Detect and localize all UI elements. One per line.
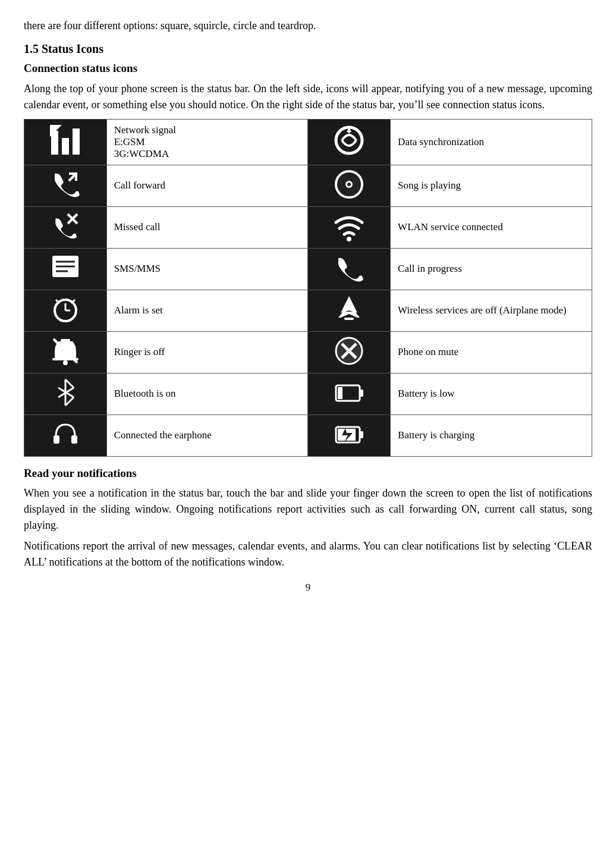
table-row: Ringer is off Phone on mute (24, 331, 592, 373)
icon-data-sync (308, 119, 391, 165)
svg-rect-38 (338, 387, 342, 399)
icon-sms-mms (24, 248, 107, 290)
svg-rect-23 (344, 318, 354, 320)
svg-rect-39 (54, 435, 59, 444)
intro-text: there are four different options: square… (24, 18, 592, 34)
status-icons-table: Network signal E:GSM 3G:WCDMA Data synch… (24, 119, 592, 457)
table-row: Alarm is set Wireless services are off (… (24, 290, 592, 331)
table-row: Connected the earphone Battery is chargi… (24, 415, 592, 456)
icon-phone-mute (308, 331, 391, 373)
icon-network-signal (24, 119, 107, 165)
label-song-playing: Song is playing (391, 165, 592, 206)
table-row: Network signal E:GSM 3G:WCDMA Data synch… (24, 119, 592, 165)
connection-description: Along the top of your phone screen is th… (24, 81, 592, 113)
label-call-forward: Call forward (106, 165, 308, 206)
label-bluetooth: Bluetooth is on (106, 373, 308, 415)
icon-battery-charging (308, 415, 391, 456)
icon-wlan (308, 206, 391, 248)
svg-rect-40 (71, 435, 77, 444)
icon-song-playing (308, 165, 391, 206)
notifications-p2: Notifications report the arrival of new … (24, 538, 592, 570)
table-row: Missed call WLAN service connected (24, 206, 592, 248)
label-airplane: Wireless services are off (Airplane mode… (391, 290, 592, 331)
svg-rect-2 (73, 128, 80, 155)
notifications-p1: When you see a notification in the statu… (24, 485, 592, 533)
icon-call-forward (24, 165, 107, 206)
icon-ringer-off (24, 331, 107, 373)
connection-heading: Connection status icons (24, 60, 592, 77)
svg-line-34 (65, 397, 74, 406)
svg-rect-1 (62, 138, 69, 155)
label-battery-charging: Battery is charging (391, 415, 592, 456)
svg-point-13 (347, 237, 351, 241)
svg-point-26 (63, 360, 68, 365)
notifications-heading: Read your notifications (24, 465, 592, 482)
svg-point-10 (347, 183, 351, 186)
svg-rect-24 (61, 339, 70, 341)
icon-call-progress (308, 248, 391, 290)
icon-airplane (308, 290, 391, 331)
icon-missed-call (24, 206, 107, 248)
label-sms-mms: SMS/MMS (106, 248, 308, 290)
label-wlan: WLAN service connected (391, 206, 592, 248)
icon-battery-low (308, 373, 391, 415)
label-ringer-off: Ringer is off (106, 331, 308, 373)
label-network-signal: Network signal E:GSM 3G:WCDMA (106, 119, 308, 165)
icon-alarm (24, 290, 107, 331)
svg-rect-37 (360, 390, 363, 397)
svg-rect-42 (360, 431, 363, 438)
table-row: SMS/MMS Call in progress (24, 248, 592, 290)
svg-line-32 (65, 379, 74, 388)
page-number: 9 (24, 580, 592, 595)
label-earphone: Connected the earphone (106, 415, 308, 456)
label-phone-mute: Phone on mute (391, 331, 592, 373)
section-heading: 1.5 Status Icons (24, 40, 592, 58)
table-row: Bluetooth is on Battery is low (24, 373, 592, 415)
label-missed-call: Missed call (106, 206, 308, 248)
icon-earphone (24, 415, 107, 456)
label-battery-low: Battery is low (391, 373, 592, 415)
icon-bluetooth (24, 373, 107, 415)
table-row: Call forward Song is playing (24, 165, 592, 206)
label-data-sync: Data synchronization (391, 119, 592, 165)
label-alarm: Alarm is set (106, 290, 308, 331)
label-call-progress: Call in progress (391, 248, 592, 290)
